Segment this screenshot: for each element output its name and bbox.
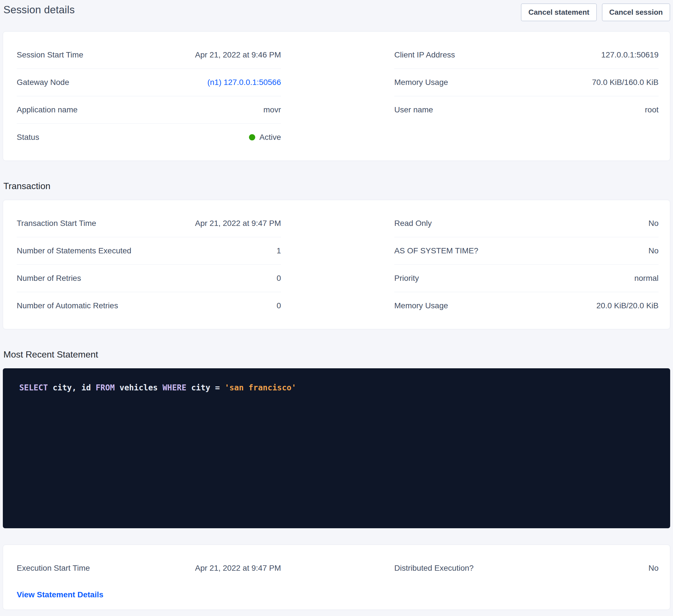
row-value-text: No [648, 246, 659, 255]
transaction-heading: Transaction [3, 181, 670, 191]
execution-summary-card: Execution Start TimeApr 21, 2022 at 9:47… [3, 545, 670, 610]
transaction-start-time-value: Apr 21, 2022 at 9:47 PM [195, 219, 281, 228]
transaction-start-time-row: Transaction Start TimeApr 21, 2022 at 9:… [17, 210, 281, 237]
row-value-text: Apr 21, 2022 at 9:47 PM [195, 219, 281, 228]
as-of-system-time-value: No [648, 246, 659, 255]
client-ip-address-value: 127.0.0.1:50619 [601, 50, 659, 59]
read-only-value: No [648, 219, 659, 228]
application-name-row: Application namemovr [17, 96, 281, 124]
sql-keyword-token: FROM [96, 383, 115, 392]
view-statement-details-link[interactable]: View Statement Details [17, 590, 103, 599]
status-label: Status [17, 133, 39, 142]
user-name-label: User name [394, 105, 433, 114]
row-value-text: Active [259, 133, 281, 142]
transaction-card-right-column: Read OnlyNoAS OF SYSTEM TIME?NoPriorityn… [394, 210, 659, 319]
view-statement-details-row: View Statement Details [17, 582, 281, 600]
session-start-time-label: Session Start Time [17, 50, 83, 59]
sql-keyword-token: WHERE [163, 383, 186, 392]
most-recent-statement-heading: Most Recent Statement [3, 349, 670, 360]
sql-keyword-token: SELECT [19, 383, 48, 392]
row-value-text: No [648, 219, 659, 228]
row-value-text: movr [263, 105, 281, 114]
row-value-text: No [648, 564, 659, 573]
session-card-left-column: Session Start TimeApr 21, 2022 at 9:46 P… [17, 41, 281, 151]
active-status-icon [249, 134, 255, 140]
session-start-time-value: Apr 21, 2022 at 9:46 PM [195, 50, 281, 59]
distributed-execution-value: No [648, 564, 659, 573]
row-value-text: root [645, 105, 659, 114]
priority-row: Prioritynormal [394, 265, 659, 292]
gateway-node-link[interactable]: (n1) 127.0.0.1:50566 [207, 78, 281, 87]
cancel-statement-button[interactable]: Cancel statement [521, 3, 597, 21]
execution-card-left-column: Execution Start TimeApr 21, 2022 at 9:47… [17, 555, 281, 600]
row-value-text: 20.0 KiB/20.0 KiB [597, 301, 659, 310]
number-of-retries-label: Number of Retries [17, 274, 81, 283]
execution-start-time-label: Execution Start Time [17, 564, 90, 573]
page-header: Session details Cancel statement Cancel … [3, 3, 670, 21]
number-of-automatic-retries-row: Number of Automatic Retries0 [17, 292, 281, 319]
number-of-automatic-retries-value: 0 [276, 301, 281, 310]
as-of-system-time-label: AS OF SYSTEM TIME? [394, 246, 478, 255]
session-details-page: Session details Cancel statement Cancel … [0, 0, 673, 615]
row-value-text: Apr 21, 2022 at 9:47 PM [195, 564, 281, 573]
memory-usage-label: Memory Usage [394, 78, 448, 87]
execution-card-right-column: Distributed Execution?No [394, 555, 659, 582]
distributed-execution-row: Distributed Execution?No [394, 555, 659, 582]
user-name-value: root [645, 105, 659, 114]
row-value-text: 70.0 KiB/160.0 KiB [592, 78, 659, 87]
sql-plain-token: city, id [48, 383, 96, 392]
sql-plain-token: vehicles [115, 383, 163, 392]
memory-usage-row: Memory Usage20.0 KiB/20.0 KiB [394, 292, 659, 319]
transaction-start-time-label: Transaction Start Time [17, 219, 96, 228]
user-name-row: User nameroot [394, 96, 659, 123]
number-of-statements-executed-row: Number of Statements Executed1 [17, 237, 281, 265]
session-summary-card: Session Start TimeApr 21, 2022 at 9:46 P… [3, 31, 670, 161]
read-only-row: Read OnlyNo [394, 210, 659, 237]
row-value-text: 0 [276, 274, 281, 283]
cancel-session-button[interactable]: Cancel session [602, 3, 670, 21]
client-ip-address-label: Client IP Address [394, 50, 455, 59]
row-value-text: Apr 21, 2022 at 9:46 PM [195, 50, 281, 59]
as-of-system-time-row: AS OF SYSTEM TIME?No [394, 237, 659, 265]
application-name-value: movr [263, 105, 281, 114]
transaction-card-left-column: Transaction Start TimeApr 21, 2022 at 9:… [17, 210, 281, 319]
application-name-label: Application name [17, 105, 77, 114]
header-actions: Cancel statement Cancel session [521, 3, 670, 21]
memory-usage-value: 20.0 KiB/20.0 KiB [597, 301, 659, 310]
sql-statement: SELECT city, id FROM vehicles WHERE city… [19, 383, 296, 392]
status-value: Active [249, 133, 281, 142]
status-row: StatusActive [17, 124, 281, 151]
execution-start-time-value: Apr 21, 2022 at 9:47 PM [195, 564, 281, 573]
memory-usage-value: 70.0 KiB/160.0 KiB [592, 78, 659, 87]
sql-string-token: 'san francisco' [225, 383, 296, 392]
session-start-time-row: Session Start TimeApr 21, 2022 at 9:46 P… [17, 41, 281, 69]
row-value-text: 127.0.0.1:50619 [601, 50, 659, 59]
execution-rows: Execution Start TimeApr 21, 2022 at 9:47… [17, 555, 281, 582]
gateway-node-row: Gateway Node(n1) 127.0.0.1:50566 [17, 69, 281, 96]
row-value-text: (n1) 127.0.0.1:50566 [207, 78, 281, 87]
sql-statement-box: SELECT city, id FROM vehicles WHERE city… [3, 368, 670, 528]
memory-usage-label: Memory Usage [394, 301, 448, 310]
page-title: Session details [3, 4, 75, 16]
gateway-node-label: Gateway Node [17, 78, 69, 87]
transaction-summary-card: Transaction Start TimeApr 21, 2022 at 9:… [3, 200, 670, 329]
distributed-execution-label: Distributed Execution? [394, 564, 474, 573]
row-value-text: normal [634, 274, 659, 283]
number-of-retries-value: 0 [276, 274, 281, 283]
execution-start-time-row: Execution Start TimeApr 21, 2022 at 9:47… [17, 555, 281, 582]
row-value-text: 0 [276, 301, 281, 310]
row-value-text: 1 [276, 246, 281, 255]
sql-plain-token: city = [186, 383, 225, 392]
memory-usage-row: Memory Usage70.0 KiB/160.0 KiB [394, 69, 659, 96]
client-ip-address-row: Client IP Address127.0.0.1:50619 [394, 41, 659, 69]
number-of-automatic-retries-label: Number of Automatic Retries [17, 301, 118, 310]
priority-value: normal [634, 274, 659, 283]
priority-label: Priority [394, 274, 419, 283]
read-only-label: Read Only [394, 219, 432, 228]
number-of-statements-executed-label: Number of Statements Executed [17, 246, 132, 255]
number-of-statements-executed-value: 1 [276, 246, 281, 255]
session-card-right-column: Client IP Address127.0.0.1:50619Memory U… [394, 41, 659, 123]
number-of-retries-row: Number of Retries0 [17, 265, 281, 292]
